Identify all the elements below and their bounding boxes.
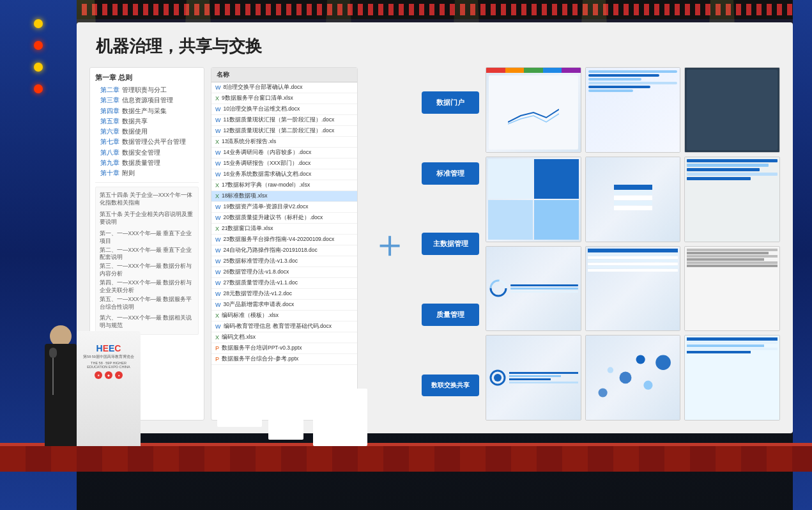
screenshot-row-4 (486, 335, 780, 421)
word-icon-14: W (215, 280, 221, 286)
svg-point-10 (598, 389, 607, 398)
file-item-28[interactable]: W28元数据管理办法-v1.2.doc (211, 289, 357, 300)
banner-right (793, 0, 812, 510)
toc-sub-4: 第三、一—XXX个年—最 数据分析与内容分析 (100, 262, 194, 279)
ss-r3 (687, 255, 778, 258)
file-item-11[interactable]: W11数据质量现状汇报（第一阶段汇报）.docx (211, 115, 357, 126)
toc-item-5: 第六章数据使用 (95, 127, 199, 137)
toc-title: 第一章 总则 (95, 73, 199, 82)
stage-box-3 (313, 389, 367, 446)
file-item-21[interactable]: X21数据窗口清单.xlsx (211, 224, 357, 235)
ss-combo (489, 338, 578, 417)
word-icon-4: W (215, 128, 221, 134)
file-item-30[interactable]: W30产品新增需求申请表.docx (211, 300, 357, 311)
file-item-enc[interactable]: X编码标准（模板）.xlsx (211, 311, 357, 321)
btn-quality-mgmt[interactable]: 质量管理 (422, 304, 479, 326)
ss-tr-6 (588, 269, 678, 272)
file-item-25[interactable]: W25数据标准管理办法-v1.3.doc (211, 256, 357, 267)
word-icon-13: W (215, 269, 221, 275)
file-item-19[interactable]: W19数据资产清单-资源目录V2.docx (211, 202, 357, 213)
stage-box-2 (268, 398, 303, 440)
screenshot-3-3 (684, 246, 780, 332)
file-item-17[interactable]: X17数据标对字典（raw-model）.xlsx (211, 180, 357, 191)
screenshots-column (486, 67, 780, 421)
screenshot-inner-1-2 (586, 68, 680, 152)
btn-data-exchange[interactable]: 数联交换共享 (422, 375, 479, 396)
b4 (509, 382, 578, 383)
excel-icon-5: X (215, 226, 219, 232)
ss-tr-2 (588, 256, 678, 259)
toc-item-7: 第八章数据安全管理 (95, 148, 199, 158)
sl2 (687, 341, 778, 344)
ss-rows-2 (687, 249, 778, 329)
ss-r6 (687, 265, 778, 267)
file-item-svc2[interactable]: P数据服务平台综合分-参考.pptx (211, 354, 357, 365)
heec-c: C (114, 343, 121, 353)
file-item-14[interactable]: W14业务调研问卷（内容较多）.docx (211, 148, 357, 158)
file-item-9[interactable]: X9数据服务平台窗口清单.xlsx (211, 93, 357, 104)
file-list[interactable]: W8治理交换平台部署确认单.docx X9数据服务平台窗口清单.xlsx W10… (211, 82, 357, 419)
btn-data-portal[interactable]: 数据门户 (422, 91, 479, 114)
word-icon-12: W (215, 258, 221, 265)
btn-standard-mgmt[interactable]: 标准管理 (422, 162, 479, 185)
toc-sub-3: 第二、一—XXX个年—最 垂直下企业配套说明 (100, 246, 194, 263)
table-svg (614, 185, 652, 213)
excel-icon-2: X (215, 139, 219, 145)
file-item-20[interactable]: W20数据质量提升建议书（标杆处）.docx (211, 213, 357, 224)
file-item-8[interactable]: W8治理交换平台部署确认单.docx (211, 82, 357, 93)
speaker-body (45, 344, 77, 446)
word-icon-7: W (215, 171, 221, 178)
file-item-10[interactable]: W10治理交换平台运维文档.docx (211, 104, 357, 115)
screenshot-inner-3-2 (586, 247, 680, 331)
excel-icon-3: X (215, 182, 219, 189)
connector-area: ＋ (364, 67, 415, 421)
plus-sign: ＋ (371, 225, 409, 263)
screenshot-inner-3-1 (486, 247, 581, 331)
svg-point-15 (636, 355, 645, 364)
file-item-16[interactable]: W16业务系统数据需求确认文档.docx (211, 169, 357, 180)
ss-legend-1 (510, 284, 578, 286)
btn-master-data[interactable]: 主数据管理 (422, 233, 479, 255)
b3 (509, 378, 551, 380)
svg-point-9 (494, 374, 502, 382)
background: 机器治理，共享与交换 第一章 总则 第二章管理职责与分工 第三章信息资源项目管理… (0, 0, 812, 510)
file-item-23[interactable]: W23数据服务平台操作指南-V4-20200109.docx (211, 235, 357, 245)
file-item-24[interactable]: W24自动化乃路操作指南-20191018.doc (211, 245, 357, 256)
screenshot-inner-4-1 (486, 336, 581, 420)
file-item-enc2[interactable]: W编码-教育管理信息 教育管理基础代码.docx (211, 321, 357, 332)
word-icon-6: W (215, 160, 221, 167)
file-item-15[interactable]: W15业务调研报告（XXX部门）.docx (211, 158, 357, 169)
file-item-18[interactable]: X18标准数据项.xlsx (211, 191, 357, 202)
sl3 (687, 344, 763, 347)
heec-e2: E (109, 343, 114, 353)
toc-sub-6: 第五、一—XXX个年—最 数据服务平台综合性说明 (100, 295, 194, 312)
screenshot-1-2 (585, 67, 681, 153)
file-item-13[interactable]: X13清系统分析报告.xls (211, 137, 357, 148)
screenshot-inner-4-3 (685, 336, 779, 420)
heec-e1: E (103, 343, 109, 353)
ss-line-4 (588, 82, 678, 84)
ss-r4 (687, 258, 763, 261)
file-item-12[interactable]: W12数据质量现状汇报（第二阶段汇报）.docx (211, 126, 357, 137)
toc-sub-5: 第四、一—XXX个年—最 数据分析与企业关联分析 (100, 279, 194, 295)
ss-tr-3 (588, 259, 678, 262)
screenshot-inner-2-3 (685, 157, 779, 242)
file-item-svc1[interactable]: P数据服务平台培训PPT-v0.3.pptx (211, 343, 357, 354)
ss-row-3 (687, 168, 759, 171)
b1 (509, 372, 578, 374)
mic-stand (52, 357, 54, 395)
ss-tr-4 (588, 263, 678, 265)
ss-lines-1 (588, 70, 678, 150)
file-item-26[interactable]: W26数据管理办法-v1.8.docx (211, 267, 357, 278)
file-item-27[interactable]: W27数据质量管理办法-v1.1.doc (211, 278, 357, 289)
toc-item-2: 第三章信息资源项目管理 (95, 95, 199, 105)
word-icon-5: W (215, 150, 221, 156)
ss-grid-1 (488, 159, 579, 240)
toc-item-1: 第二章管理职责与分工 (95, 85, 199, 95)
circle-svg (489, 369, 507, 387)
ss-line-2 (588, 74, 660, 77)
screenshot-2-2 (585, 157, 681, 242)
svg-rect-3 (614, 201, 652, 205)
ss-scatter (588, 337, 678, 418)
file-item-enc3[interactable]: X编码文档.xlsx (211, 332, 357, 343)
